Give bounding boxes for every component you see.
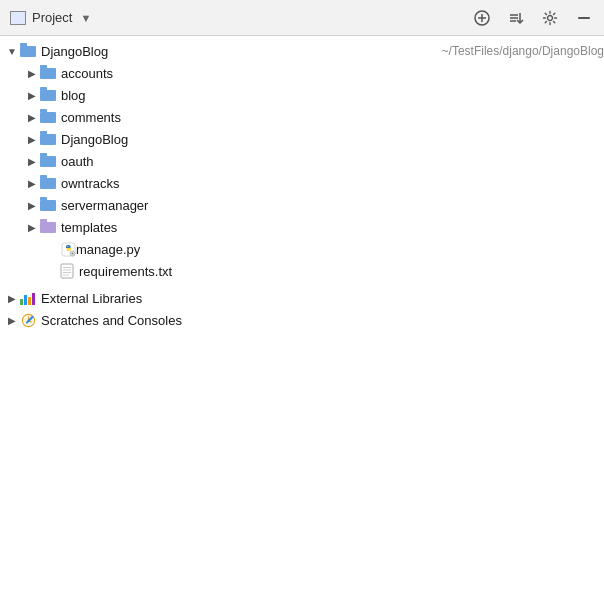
root-arrow	[4, 43, 20, 59]
comments-label: comments	[61, 110, 604, 125]
tree-item-djangoblog[interactable]: DjangoBlog	[0, 128, 604, 150]
accounts-label: accounts	[61, 66, 604, 81]
scroll-to-top-button[interactable]	[506, 8, 526, 28]
tree-item-owntracks[interactable]: owntracks	[0, 172, 604, 194]
tree-item-blog[interactable]: blog	[0, 84, 604, 106]
python-file-icon	[60, 241, 76, 257]
project-window-icon	[10, 11, 26, 25]
tree-item-comments[interactable]: comments	[0, 106, 604, 128]
tree-item-templates[interactable]: templates	[0, 216, 604, 238]
svg-point-7	[548, 15, 553, 20]
servermanager-arrow	[24, 197, 40, 213]
requirements-txt-spacer	[44, 263, 60, 279]
panel-title: Project	[32, 10, 72, 25]
root-label: DjangoBlog	[41, 44, 438, 59]
djangoblog-label: DjangoBlog	[61, 132, 604, 147]
tree-item-scratches[interactable]: Scratches and Consoles	[0, 309, 604, 331]
title-bar: Project ▼	[0, 0, 604, 36]
servermanager-folder-icon	[40, 199, 56, 212]
manage-py-label: manage.py	[76, 242, 604, 257]
oauth-arrow	[24, 153, 40, 169]
templates-folder-icon	[40, 221, 56, 234]
svg-point-10	[67, 246, 68, 247]
root-path: ~/TestFiles/django/DjangoBlog	[442, 44, 604, 58]
blog-label: blog	[61, 88, 604, 103]
external-libraries-label: External Libraries	[41, 291, 604, 306]
settings-button[interactable]	[540, 8, 560, 28]
oauth-label: oauth	[61, 154, 604, 169]
owntracks-label: owntracks	[61, 176, 604, 191]
svg-point-11	[68, 249, 69, 250]
title-bar-actions	[472, 8, 594, 28]
tree-root-item[interactable]: DjangoBlog ~/TestFiles/django/DjangoBlog	[0, 40, 604, 62]
blog-arrow	[24, 87, 40, 103]
accounts-folder-icon	[40, 67, 56, 80]
templates-label: templates	[61, 220, 604, 235]
svg-rect-14	[61, 264, 73, 278]
owntracks-folder-icon	[40, 177, 56, 190]
svg-point-13	[71, 252, 73, 254]
comments-folder-icon	[40, 111, 56, 124]
separator	[0, 284, 604, 285]
title-bar-left: Project ▼	[10, 10, 91, 25]
owntracks-arrow	[24, 175, 40, 191]
panel-title-chevron[interactable]: ▼	[80, 12, 91, 24]
tree-item-oauth[interactable]: oauth	[0, 150, 604, 172]
tree-item-manage-py[interactable]: manage.py	[0, 238, 604, 260]
requirements-txt-label: requirements.txt	[79, 264, 604, 279]
txt-file-icon	[60, 263, 74, 279]
external-libraries-arrow	[4, 290, 20, 306]
tree-item-requirements-txt[interactable]: requirements.txt	[0, 260, 604, 282]
tree-item-external-libraries[interactable]: External Libraries	[0, 287, 604, 309]
tree-item-servermanager[interactable]: servermanager	[0, 194, 604, 216]
root-folder-icon	[20, 45, 36, 58]
project-tree: DjangoBlog ~/TestFiles/django/DjangoBlog…	[0, 36, 604, 596]
templates-arrow	[24, 219, 40, 235]
scratches-arrow	[4, 312, 20, 328]
djangoblog-arrow	[24, 131, 40, 147]
tree-item-accounts[interactable]: accounts	[0, 62, 604, 84]
scratches-label: Scratches and Consoles	[41, 313, 604, 328]
oauth-folder-icon	[40, 155, 56, 168]
accounts-arrow	[24, 65, 40, 81]
collapse-button[interactable]	[574, 8, 594, 28]
comments-arrow	[24, 109, 40, 125]
manage-py-spacer	[44, 241, 60, 257]
scratches-icon	[20, 312, 36, 328]
servermanager-label: servermanager	[61, 198, 604, 213]
blog-folder-icon	[40, 89, 56, 102]
add-content-button[interactable]	[472, 8, 492, 28]
djangoblog-folder-icon	[40, 133, 56, 146]
bar-chart-icon	[20, 291, 36, 305]
